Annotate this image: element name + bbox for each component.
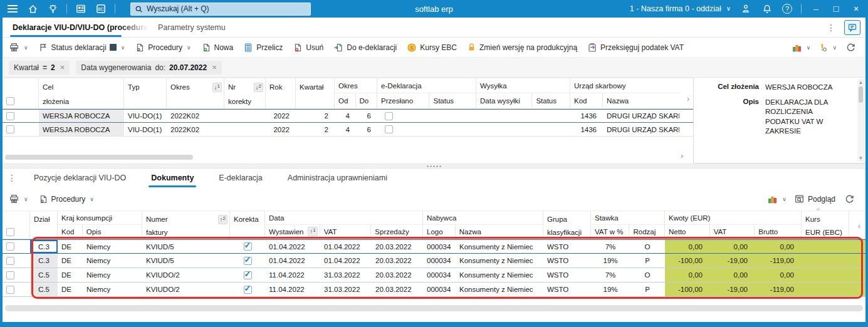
procedury-button[interactable]: Procedury ∨ — [135, 43, 191, 53]
scroll-columns-left[interactable]: ‹ — [849, 211, 865, 239]
header-przeslano[interactable]: Przesłano — [377, 93, 429, 108]
bc-module-icon[interactable]: BC — [95, 3, 107, 15]
procedury-button[interactable]: Procedury ∨ — [38, 194, 94, 204]
przelicz-button[interactable]: Przelicz — [243, 43, 283, 53]
header-nazwa[interactable]: Nazwa — [603, 93, 679, 108]
korekta-checkbox[interactable] — [244, 271, 252, 279]
filter-chip-kwartal[interactable]: Kwartał = 2 × — [9, 61, 70, 75]
company-selector[interactable]: 1 - Nasza firma 0 - oddział ∨ — [630, 4, 731, 13]
close-button[interactable]: × — [850, 4, 862, 14]
lightbulb-icon[interactable] — [46, 3, 59, 15]
zmien-wersje-button[interactable]: Zmień wersję na produkcyjną — [467, 43, 577, 52]
status-deklaracji-button[interactable]: Status deklaracji ∨ — [38, 43, 125, 53]
header-vat-procent[interactable]: VAT w % — [591, 225, 629, 238]
header-sprzedazy[interactable]: Sprzedaży — [371, 225, 422, 238]
kursy-ebc-button[interactable]: $ Kursy EBC — [407, 43, 457, 53]
help-icon[interactable]: ? — [782, 4, 792, 14]
przeslano-checkbox[interactable] — [385, 112, 393, 120]
document-row[interactable]: C.5 DE Niemcy KVIUDO/2 11.04.2022 31.03.… — [3, 268, 865, 283]
usun-button[interactable]: Usuń — [293, 43, 323, 53]
print-button[interactable]: ∨ — [9, 194, 28, 204]
header-dzial[interactable]: Dział — [30, 211, 58, 239]
przeksieguj-vat-button[interactable]: Przeksięguj podatek VAT — [587, 43, 684, 53]
upper-hscrollbar-thumb[interactable] — [5, 155, 193, 160]
print-button[interactable]: ∨ — [9, 42, 28, 53]
document-row[interactable]: C.3 DE Niemcy KVIUD/5 01.04.2022 01.04.2… — [3, 254, 865, 268]
tab-administracja[interactable]: Administracja uprawnieniami — [275, 169, 400, 187]
chart-view-button[interactable]: ∨ — [767, 194, 787, 204]
scroll-columns-right[interactable]: › — [679, 78, 693, 108]
declaration-row[interactable]: WERSJA ROBOCZA VIU-DO(1) 2022K02 2022 2 … — [3, 123, 693, 137]
header-wystawienia[interactable]: Wystawien ↑1 — [265, 225, 320, 238]
alerts-settings-button[interactable]: ∨ — [818, 43, 837, 53]
detail-panel-scrollbar[interactable]: ▲ ▼ — [857, 79, 864, 162]
header-grupa-klasyfikacji[interactable]: Grupa klasyfikacji — [543, 211, 591, 239]
header-opis[interactable]: Opis — [83, 225, 142, 238]
news-report-icon[interactable] — [75, 3, 87, 15]
chart-view-button[interactable]: ∨ — [792, 42, 811, 53]
header-kwartal[interactable]: Kwartał — [296, 78, 335, 108]
chip-close-icon[interactable]: × — [60, 63, 65, 72]
tab-edeklaracja[interactable]: E-deklaracja — [206, 169, 275, 187]
korekta-checkbox[interactable] — [244, 242, 252, 251]
header-numer-faktury[interactable]: Numer ↑2 faktury — [142, 211, 230, 239]
header-korekta[interactable]: Korekta — [230, 211, 265, 239]
document-row[interactable]: C.5 DE Niemcy KVIUDO/2 11.04.2022 31.03.… — [3, 283, 865, 297]
search-input[interactable] — [147, 4, 306, 13]
header-status[interactable]: Status — [429, 93, 476, 108]
przeslano-checkbox[interactable] — [385, 125, 393, 133]
select-all-checkbox[interactable] — [6, 97, 14, 105]
tab-declarations[interactable]: Deklaracje VIU-D/VIU-DO (procedura u — [3, 18, 148, 37]
refresh-icon[interactable] — [843, 193, 855, 205]
bell-icon[interactable] — [761, 3, 773, 15]
header-rodzaj[interactable]: Rodzaj — [629, 225, 664, 238]
header-netto[interactable]: Netto — [665, 225, 710, 238]
podglad-button[interactable]: Podgląd — [794, 194, 835, 204]
scroll-down-icon[interactable]: ▼ — [857, 155, 864, 161]
chip-close-icon[interactable]: × — [212, 63, 217, 72]
do-edeklaracji-button[interactable]: Do e-deklaracji — [333, 43, 397, 53]
header-status[interactable]: Status — [532, 93, 570, 108]
header-logo[interactable]: Logo — [423, 225, 456, 238]
header-vat-kwota[interactable]: VAT — [710, 225, 755, 238]
header-data-wysylki[interactable]: Data wysyłki — [476, 93, 532, 108]
korekta-checkbox[interactable] — [244, 257, 252, 265]
header-rok[interactable]: Rok — [266, 78, 296, 108]
header-kod[interactable]: Kod — [58, 225, 83, 238]
header-data-vat[interactable]: VAT — [320, 225, 372, 238]
header-brutto[interactable]: Brutto — [755, 225, 801, 238]
header-kod[interactable]: Kod — [570, 93, 603, 108]
minimize-button[interactable]: – — [810, 4, 822, 14]
header-do[interactable]: Do — [356, 93, 377, 108]
header-kurs[interactable]: Kurs EUR (EBC) — [802, 211, 849, 239]
korekta-checkbox[interactable] — [244, 286, 252, 294]
lower-tabs-menu-icon[interactable]: ⋮ — [3, 173, 21, 183]
header-nazwa[interactable]: Nazwa — [456, 225, 543, 238]
row-checkbox[interactable] — [6, 125, 14, 133]
header-typ[interactable]: Typ — [124, 78, 167, 108]
row-checkbox[interactable] — [6, 242, 14, 251]
header-okres[interactable]: Okres ↓1 — [167, 78, 224, 108]
maximize-button[interactable]: □ — [830, 4, 842, 14]
filter-chip-data-wygenerowania[interactable]: Data wygenerowania do: 20.07.2022 × — [76, 61, 221, 75]
row-checkbox[interactable] — [6, 112, 14, 120]
document-row[interactable]: C.3 DE Niemcy KVIUD/5 01.04.2022 01.04.2… — [3, 239, 865, 254]
declaration-row[interactable]: WERSJA ROBOCZA VIU-DO(1) 2022K02 2022 2 … — [3, 109, 693, 123]
nowa-button[interactable]: Nowa — [201, 43, 234, 53]
scrollbar-thumb[interactable] — [859, 86, 863, 103]
header-nr-korekty[interactable]: Nr ↓2 korekty — [224, 78, 266, 108]
header-cel-zlozenia[interactable]: Cel złożenia — [39, 78, 124, 108]
row-checkbox[interactable] — [6, 286, 14, 294]
upper-hscroll-right-icon[interactable]: › — [681, 151, 683, 160]
tab-dokumenty[interactable]: Dokumenty — [139, 169, 206, 187]
select-all-checkbox[interactable] — [6, 228, 14, 236]
header-od[interactable]: Od — [335, 93, 356, 108]
tab-system-params[interactable]: Parametry systemu — [148, 18, 236, 37]
feedback-bubble-button[interactable] — [844, 20, 860, 35]
more-options-icon[interactable]: ⋮ — [824, 23, 838, 33]
refresh-icon[interactable] — [844, 41, 857, 54]
panel-splitter[interactable] — [3, 164, 865, 169]
scroll-up-icon[interactable]: ▲ — [857, 80, 864, 85]
splitter-grip[interactable] — [426, 165, 442, 167]
row-checkbox[interactable] — [6, 257, 14, 265]
